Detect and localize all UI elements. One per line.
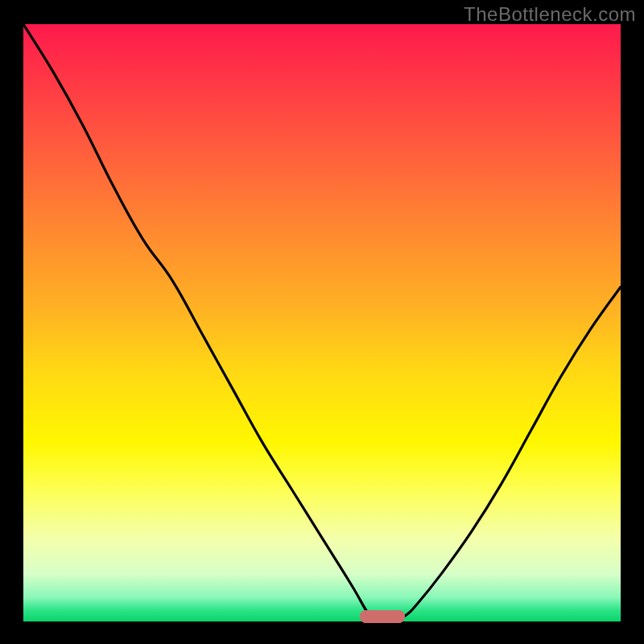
watermark-text: TheBottleneck.com xyxy=(464,3,636,26)
plot-area xyxy=(23,24,621,621)
minimum-marker xyxy=(360,610,405,623)
bottleneck-curve xyxy=(23,24,621,621)
chart-frame: TheBottleneck.com xyxy=(0,0,644,644)
bottleneck-curve-path xyxy=(23,24,621,621)
